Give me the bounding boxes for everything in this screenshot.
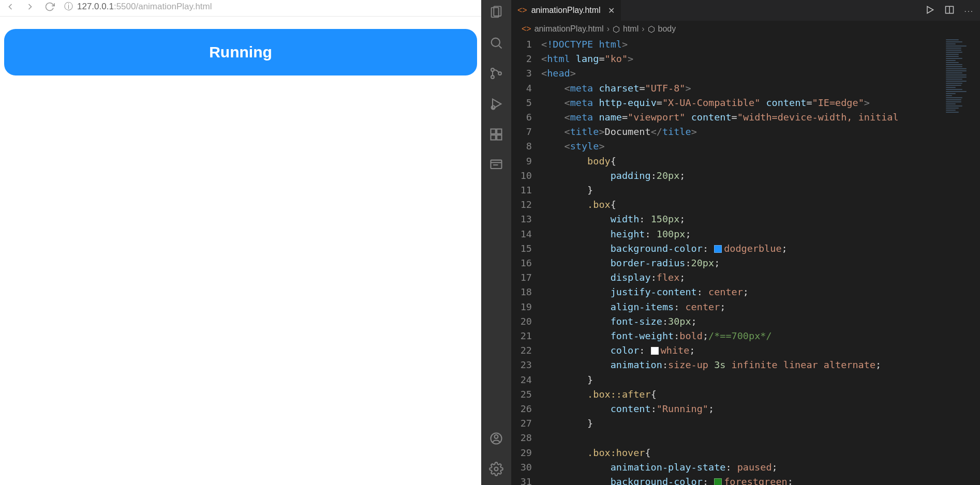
animated-box[interactable]: Running <box>4 29 477 75</box>
svg-rect-12 <box>497 129 501 134</box>
activity-bar <box>481 0 511 485</box>
svg-point-18 <box>495 467 498 471</box>
search-icon[interactable] <box>489 36 503 52</box>
settings-gear-icon[interactable] <box>489 462 503 478</box>
run-icon[interactable] <box>925 5 935 17</box>
line-number-gutter: 1234567891011121314151617181920212223242… <box>511 37 541 485</box>
tab-animationplay[interactable]: <> animationPlay.html ✕ <box>511 0 621 21</box>
tab-label: animationPlay.html <box>531 6 601 15</box>
element-icon: ⬡ <box>613 24 620 34</box>
svg-rect-13 <box>491 160 502 169</box>
accounts-icon[interactable] <box>489 431 503 447</box>
back-icon[interactable] <box>5 2 16 12</box>
more-icon[interactable]: ··· <box>964 6 974 15</box>
svg-marker-7 <box>493 99 501 109</box>
forward-icon[interactable] <box>25 2 35 12</box>
svg-marker-19 <box>927 6 933 13</box>
url-host: 127.0.0.1 <box>77 2 114 11</box>
minimap[interactable] <box>944 37 980 485</box>
breadcrumb-node: html <box>623 24 639 34</box>
chevron-right-icon: › <box>607 24 610 34</box>
breadcrumb-file: animationPlay.html <box>534 24 604 34</box>
editor-area: <> animationPlay.html ✕ ··· <> animation… <box>511 0 980 485</box>
browser-pane: ⓘ 127.0.0.1:5500/animationPlay.html Runn… <box>0 0 481 485</box>
url-path: :5500/animationPlay.html <box>114 2 212 11</box>
breadcrumb-node: body <box>658 24 676 34</box>
explorer-icon[interactable] <box>489 5 503 21</box>
browser-toolbar: ⓘ 127.0.0.1:5500/animationPlay.html <box>0 0 481 17</box>
reload-icon[interactable] <box>44 2 55 12</box>
breadcrumb[interactable]: <> animationPlay.html › ⬡ html › ⬡ body <box>511 21 980 37</box>
svg-point-2 <box>492 38 500 47</box>
svg-point-17 <box>495 435 498 438</box>
split-editor-icon[interactable] <box>944 5 955 17</box>
svg-line-3 <box>499 46 501 48</box>
browser-viewport: Running <box>0 17 481 485</box>
svg-point-4 <box>491 68 494 71</box>
info-icon: ⓘ <box>64 1 73 12</box>
element-icon: ⬡ <box>648 24 655 34</box>
editor-tabs: <> animationPlay.html ✕ ··· <box>511 0 980 21</box>
html-file-icon: <> <box>517 6 527 15</box>
close-icon[interactable]: ✕ <box>608 6 615 16</box>
address-bar[interactable]: ⓘ 127.0.0.1:5500/animationPlay.html <box>64 1 476 12</box>
svg-point-6 <box>498 72 501 75</box>
svg-rect-10 <box>491 135 496 140</box>
source-control-icon[interactable] <box>489 66 503 82</box>
vscode-pane: <> animationPlay.html ✕ ··· <> animation… <box>481 0 980 485</box>
run-debug-icon[interactable] <box>489 97 503 113</box>
svg-point-5 <box>491 75 494 79</box>
code-content[interactable]: <!DOCTYPE html><html lang="ko"><head> <m… <box>541 37 944 485</box>
html-file-icon: <> <box>522 24 531 34</box>
code-editor[interactable]: 1234567891011121314151617181920212223242… <box>511 37 980 485</box>
svg-rect-9 <box>491 129 496 134</box>
svg-rect-11 <box>497 135 501 140</box>
box-label: Running <box>209 43 272 61</box>
chevron-right-icon: › <box>642 24 644 34</box>
live-preview-icon[interactable] <box>489 158 503 174</box>
extensions-icon[interactable] <box>489 127 503 143</box>
